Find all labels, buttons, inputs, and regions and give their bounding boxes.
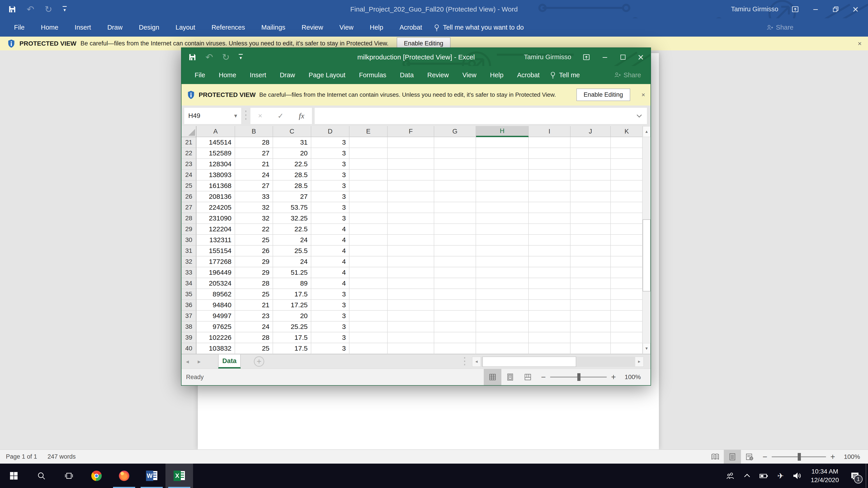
cell[interactable]: 89	[273, 278, 311, 289]
row-header[interactable]: 27	[182, 202, 196, 213]
cell[interactable]	[476, 256, 529, 267]
cell[interactable]	[570, 191, 611, 202]
cell[interactable]	[349, 148, 388, 159]
cell[interactable]: 3	[311, 202, 349, 213]
cell[interactable]	[388, 213, 434, 224]
cell[interactable]	[388, 235, 434, 246]
ribbon-tab[interactable]: View	[456, 66, 483, 84]
zoom-in-button[interactable]: +	[826, 452, 839, 462]
cell[interactable]: 3	[311, 148, 349, 159]
cell[interactable]: 27	[235, 148, 273, 159]
ribbon-tab[interactable]: File	[6, 18, 33, 37]
cell[interactable]: 4	[311, 246, 349, 256]
cell[interactable]	[349, 278, 388, 289]
cell[interactable]	[529, 137, 570, 148]
expand-formula-bar-icon[interactable]	[637, 112, 642, 118]
ribbon-tab[interactable]: Layout	[167, 18, 204, 37]
ribbon-tab[interactable]: File	[188, 66, 212, 84]
cell[interactable]	[570, 322, 611, 332]
row-header[interactable]: 30	[182, 235, 196, 246]
cell[interactable]: 3	[311, 159, 349, 170]
cell[interactable]	[476, 181, 529, 191]
cell[interactable]	[529, 170, 570, 181]
cell[interactable]	[570, 202, 611, 213]
airplane-mode-icon[interactable]: ✈	[772, 464, 789, 488]
cell[interactable]: 97625	[196, 322, 235, 332]
cell[interactable]: 53.75	[273, 202, 311, 213]
cell[interactable]: 25	[235, 343, 273, 354]
customize-quick-access-icon[interactable]: ▾	[63, 6, 67, 12]
normal-view-button[interactable]	[484, 369, 501, 385]
cell[interactable]	[434, 202, 476, 213]
cell[interactable]	[570, 311, 611, 322]
cell[interactable]	[388, 267, 434, 278]
message-bar-close-icon[interactable]: ×	[642, 92, 645, 98]
cell[interactable]	[529, 148, 570, 159]
cell[interactable]	[476, 224, 529, 235]
cell[interactable]	[434, 213, 476, 224]
cell[interactable]	[388, 332, 434, 343]
cell[interactable]: 26	[235, 246, 273, 256]
cell[interactable]	[434, 246, 476, 256]
maximize-button[interactable]	[620, 54, 626, 61]
sheet-tab-data[interactable]: Data	[218, 355, 241, 368]
row-header[interactable]: 26	[182, 191, 196, 202]
row-header[interactable]: 35	[182, 289, 196, 300]
cell[interactable]: 20	[273, 148, 311, 159]
cell[interactable]	[349, 300, 388, 311]
vertical-scroll-thumb[interactable]	[643, 219, 651, 291]
cell[interactable]	[349, 235, 388, 246]
minimize-button[interactable]	[601, 54, 608, 61]
cell[interactable]	[349, 181, 388, 191]
cell[interactable]: 27	[235, 181, 273, 191]
cell[interactable]	[570, 235, 611, 246]
cell[interactable]: 128304	[196, 159, 235, 170]
scroll-up-icon[interactable]: ▲	[643, 126, 651, 137]
cell[interactable]: 24	[235, 170, 273, 181]
cell[interactable]	[476, 322, 529, 332]
cell[interactable]: 21	[235, 300, 273, 311]
page-indicator[interactable]: Page 1 of 1	[6, 453, 37, 460]
ribbon-display-options-icon[interactable]	[583, 53, 590, 61]
cell[interactable]: 103832	[196, 343, 235, 354]
cell[interactable]	[570, 170, 611, 181]
column-header[interactable]: J	[570, 126, 611, 137]
cell[interactable]	[349, 332, 388, 343]
cell[interactable]	[570, 181, 611, 191]
ribbon-tab[interactable]: Home	[212, 66, 243, 84]
cell[interactable]	[570, 343, 611, 354]
cell[interactable]: 122204	[196, 224, 235, 235]
row-header[interactable]: 23	[182, 159, 196, 170]
cell[interactable]: 27	[273, 191, 311, 202]
cell[interactable]: 3	[311, 137, 349, 148]
cell[interactable]	[611, 148, 643, 159]
cell[interactable]	[388, 256, 434, 267]
column-header[interactable]: C	[273, 126, 311, 137]
message-bar-close-icon[interactable]: ×	[858, 40, 862, 47]
cell[interactable]: 28.5	[273, 181, 311, 191]
ribbon-tab[interactable]: Help	[362, 18, 392, 37]
tray-expand-chevron-icon[interactable]	[739, 464, 755, 488]
column-header[interactable]: K	[611, 126, 643, 137]
cell[interactable]: 3	[311, 300, 349, 311]
select-all-button[interactable]	[182, 126, 196, 137]
row-header[interactable]: 22	[182, 148, 196, 159]
ribbon-tab[interactable]: Acrobat	[391, 18, 430, 37]
cell[interactable]: 231090	[196, 213, 235, 224]
cell[interactable]	[570, 332, 611, 343]
cell[interactable]	[349, 256, 388, 267]
cell[interactable]	[434, 311, 476, 322]
cell[interactable]: 32	[235, 213, 273, 224]
cell[interactable]: 17.5	[273, 332, 311, 343]
cell[interactable]: 28	[235, 332, 273, 343]
cell[interactable]: 4	[311, 224, 349, 235]
cell[interactable]: 20	[273, 311, 311, 322]
cell[interactable]	[611, 278, 643, 289]
cell[interactable]	[529, 213, 570, 224]
cell[interactable]: 25.5	[273, 246, 311, 256]
cell[interactable]	[529, 311, 570, 322]
cell[interactable]: 3	[311, 191, 349, 202]
cell[interactable]	[349, 246, 388, 256]
undo-icon[interactable]: ↶	[27, 5, 34, 14]
cell[interactable]	[388, 159, 434, 170]
